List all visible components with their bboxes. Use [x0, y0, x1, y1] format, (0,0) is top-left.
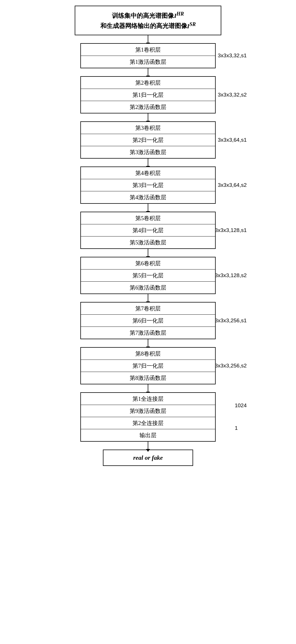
arrow-1 [148, 68, 148, 76]
block-2: 第2卷积层 第1归一化层 第2激活函数层 [80, 76, 216, 113]
arrow-2 [148, 113, 148, 121]
arrow-0 [148, 35, 148, 43]
arrow-5 [148, 249, 148, 257]
block-8: 第8卷积层 第7归一化层 第8激活函数层 [80, 347, 216, 384]
block-wrapper-9: 第1全连接层 第9激活函数层 第2全连接层 输出层 1024 1 [49, 392, 247, 442]
block-1: 第1卷积层 第1激活函数层 [80, 43, 216, 68]
block-8-row-3: 第8激活函数层 [81, 372, 215, 384]
block-wrapper-8: 第8卷积层 第7归一化层 第8激活函数层 3x3x3,256,s2 [49, 347, 247, 384]
block-5-row-3: 第5激活函数层 [81, 236, 215, 248]
arrow-7 [148, 339, 148, 347]
block-4: 第4卷积层 第3归一化层 第4激活函数层 [80, 167, 216, 204]
block-3-row-3: 第3激活函数层 [81, 146, 215, 158]
block-4-row-1: 第4卷积层 [81, 167, 215, 179]
block-4-label: 3x3x3,64,s2 [218, 182, 247, 188]
block-9-label-1024: 1024 [235, 402, 247, 409]
block-6-row-2: 第5归一化层 [81, 270, 215, 282]
block-2-row-1: 第2卷积层 [81, 77, 215, 89]
block-wrapper-1: 第1卷积层 第1激活函数层 3x3x3,32,s1 [49, 43, 247, 68]
block-3-row-1: 第3卷积层 [81, 122, 215, 134]
title-text: 训练集中的高光谱图像IHR和生成器网络输出的高光谱图像ISR [100, 12, 196, 29]
block-6-row-3: 第6激活函数层 [81, 282, 215, 293]
block-8-label: 3x3x3,256,s2 [215, 363, 247, 369]
arrow-8 [148, 384, 148, 392]
block-wrapper-4: 第4卷积层 第3归一化层 第4激活函数层 3x3x3,64,s2 [49, 167, 247, 204]
block-9-row-1: 第1全连接层 [81, 393, 215, 405]
block-9-row-2: 第9激活函数层 [81, 405, 215, 417]
block-wrapper-6: 第6卷积层 第5归一化层 第6激活函数层 3x3x3,128,s2 [49, 257, 247, 294]
block-6: 第6卷积层 第5归一化层 第6激活函数层 [80, 257, 216, 294]
block-3-label: 3x3x3,64,s1 [218, 137, 247, 143]
arrow-9 [148, 442, 148, 450]
arrow-6 [148, 294, 148, 302]
block-6-label: 3x3x3,128,s2 [215, 272, 247, 279]
block-wrapper-2: 第2卷积层 第1归一化层 第2激活函数层 3x3x3,32,s2 [49, 76, 247, 113]
block-2-label: 3x3x3,32,s2 [218, 92, 247, 98]
block-wrapper-5: 第5卷积层 第4归一化层 第5激活函数层 3x3x3,128,s1 [49, 212, 247, 249]
block-wrapper-7: 第7卷积层 第6归一化层 第7激活函数层 3x3x3,256,s1 [49, 302, 247, 339]
block-6-row-1: 第6卷积层 [81, 257, 215, 270]
block-8-row-1: 第8卷积层 [81, 348, 215, 360]
block-9-label-1: 1 [235, 425, 247, 431]
block-7-row-2: 第6归一化层 [81, 315, 215, 327]
block-7-row-1: 第7卷积层 [81, 303, 215, 315]
block-1-row-2: 第1激活函数层 [81, 56, 215, 68]
block-3: 第3卷积层 第2归一化层 第3激活函数层 [80, 121, 216, 159]
arrow-4 [148, 204, 148, 212]
block-7: 第7卷积层 第6归一化层 第7激活函数层 [80, 302, 216, 339]
block-7-label: 3x3x3,256,s1 [215, 317, 247, 324]
block-9-row-4: 输出层 [81, 429, 215, 441]
block-7-row-3: 第7激活函数层 [81, 327, 215, 339]
block-5-row-2: 第4归一化层 [81, 224, 215, 236]
block-1-label: 3x3x3,32,s1 [218, 52, 247, 59]
block-9: 第1全连接层 第9激活函数层 第2全连接层 输出层 [80, 392, 216, 442]
block-8-row-2: 第7归一化层 [81, 360, 215, 372]
block-5-row-1: 第5卷积层 [81, 212, 215, 224]
block-2-row-2: 第1归一化层 [81, 89, 215, 101]
block-9-row-3: 第2全连接层 [81, 417, 215, 429]
block-wrapper-3: 第3卷积层 第2归一化层 第3激活函数层 3x3x3,64,s1 [49, 121, 247, 159]
output-label: real or fake [133, 454, 163, 461]
arrow-3 [148, 159, 148, 167]
block-2-row-3: 第2激活函数层 [81, 101, 215, 113]
block-5: 第5卷积层 第4归一化层 第5激活函数层 [80, 212, 216, 249]
block-4-row-3: 第4激活函数层 [81, 191, 215, 203]
block-3-row-2: 第2归一化层 [81, 134, 215, 146]
block-1-row-1: 第1卷积层 [81, 44, 215, 56]
block-4-row-2: 第3归一化层 [81, 179, 215, 191]
input-box: 训练集中的高光谱图像IHR和生成器网络输出的高光谱图像ISR [75, 6, 221, 35]
output-box: real or fake [103, 450, 193, 466]
block-5-label: 3x3x3,128,s1 [215, 227, 247, 233]
diagram: 训练集中的高光谱图像IHR和生成器网络输出的高光谱图像ISR 第1卷积层 第1激… [0, 6, 296, 638]
